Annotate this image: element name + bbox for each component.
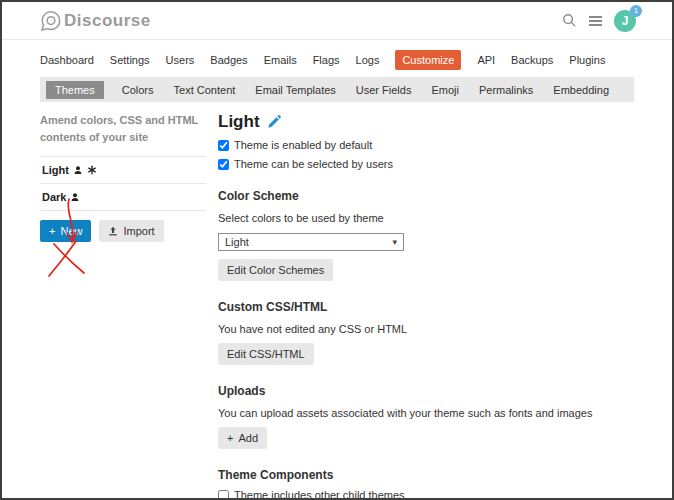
- uploads-heading: Uploads: [218, 384, 634, 398]
- chevron-down-icon: ▾: [392, 238, 397, 247]
- app-window: Discourse J 1 Dashboard Settings Users B…: [0, 0, 674, 500]
- discourse-logo[interactable]: Discourse: [40, 10, 151, 32]
- custom-css-heading: Custom CSS/HTML: [218, 300, 634, 314]
- nav-settings[interactable]: Settings: [110, 50, 150, 70]
- tab-text-content[interactable]: Text Content: [172, 81, 238, 99]
- search-icon[interactable]: [562, 13, 577, 28]
- checkbox-theme-selectable[interactable]: Theme can be selected by users: [218, 158, 634, 170]
- user-icon: [70, 192, 80, 202]
- theme-selectable-checkbox[interactable]: [218, 159, 229, 170]
- theme-title: Light: [218, 112, 260, 132]
- uploads-description: You can upload assets associated with yo…: [218, 407, 634, 419]
- child-themes-checkbox[interactable]: [218, 490, 229, 500]
- theme-list: Light Dark: [40, 156, 206, 211]
- discourse-logo-icon: [40, 10, 62, 32]
- color-scheme-heading: Color Scheme: [218, 189, 634, 203]
- user-icon: [73, 165, 83, 175]
- nav-dashboard[interactable]: Dashboard: [40, 50, 94, 70]
- tab-themes[interactable]: Themes: [46, 81, 104, 99]
- tab-embedding[interactable]: Embedding: [551, 81, 611, 99]
- customize-subnav: Themes Colors Text Content Email Templat…: [40, 77, 634, 102]
- user-avatar[interactable]: J 1: [614, 10, 636, 32]
- add-upload-button[interactable]: + Add: [218, 427, 267, 449]
- plus-icon: +: [49, 225, 55, 237]
- page-title: Light: [218, 112, 634, 132]
- themes-sidebar: Amend colors, CSS and HTML contents of y…: [40, 110, 206, 500]
- theme-components-heading: Theme Components: [218, 468, 634, 482]
- edit-pencil-icon[interactable]: [267, 115, 281, 129]
- nav-backups[interactable]: Backups: [511, 50, 553, 70]
- theme-name: Dark: [42, 191, 66, 203]
- new-theme-button[interactable]: + New: [40, 220, 91, 242]
- nav-customize[interactable]: Customize: [395, 50, 461, 70]
- tab-permalinks[interactable]: Permalinks: [477, 81, 535, 99]
- theme-detail-panel: Light Theme is enabled by default Theme …: [218, 110, 634, 500]
- upload-icon: [108, 226, 118, 236]
- color-scheme-description: Select colors to be used by theme: [218, 212, 634, 224]
- import-theme-button[interactable]: Import: [99, 220, 163, 242]
- edit-css-html-button[interactable]: Edit CSS/HTML: [218, 343, 314, 365]
- theme-name: Light: [42, 164, 69, 176]
- color-scheme-selected-value: Light: [225, 236, 249, 248]
- custom-css-description: You have not edited any CSS or HTML: [218, 323, 634, 335]
- nav-badges[interactable]: Badges: [210, 50, 247, 70]
- top-header: Discourse J 1: [2, 2, 672, 40]
- tab-emoji[interactable]: Emoji: [429, 81, 461, 99]
- theme-default-checkbox[interactable]: [218, 140, 229, 151]
- notification-badge: 1: [630, 5, 642, 17]
- theme-list-item-light[interactable]: Light: [40, 157, 206, 184]
- theme-list-item-dark[interactable]: Dark: [40, 184, 206, 211]
- checkbox-child-themes[interactable]: Theme includes other child themes: [218, 489, 634, 500]
- sidebar-description: Amend colors, CSS and HTML contents of y…: [40, 110, 206, 156]
- tab-colors[interactable]: Colors: [120, 81, 156, 99]
- menu-icon[interactable]: [589, 16, 602, 26]
- nav-emails[interactable]: Emails: [264, 50, 297, 70]
- color-scheme-select[interactable]: Light ▾: [218, 233, 404, 251]
- edit-color-schemes-button[interactable]: Edit Color Schemes: [218, 259, 333, 281]
- tab-email-templates[interactable]: Email Templates: [253, 81, 338, 99]
- nav-logs[interactable]: Logs: [356, 50, 380, 70]
- tab-user-fields[interactable]: User Fields: [354, 81, 414, 99]
- asterisk-icon: [87, 165, 97, 175]
- nav-api[interactable]: API: [477, 50, 495, 70]
- admin-nav: Dashboard Settings Users Badges Emails F…: [40, 50, 634, 70]
- logo-text: Discourse: [64, 11, 151, 31]
- checkbox-theme-default[interactable]: Theme is enabled by default: [218, 139, 634, 151]
- plus-icon: +: [227, 432, 233, 444]
- nav-plugins[interactable]: Plugins: [569, 50, 605, 70]
- nav-flags[interactable]: Flags: [313, 50, 340, 70]
- nav-users[interactable]: Users: [166, 50, 195, 70]
